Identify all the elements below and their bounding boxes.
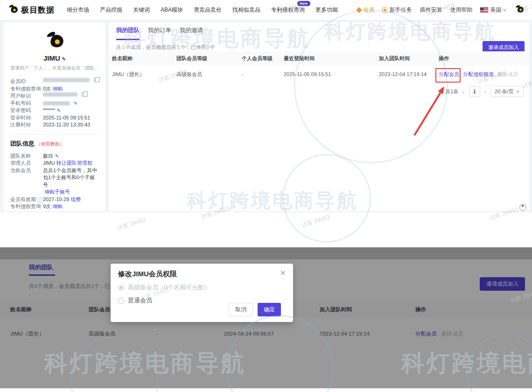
account-info-list: 会员ID 专利侵权查询 0次 增购 用户标识 手机号码 ✎ 登录密码 *****… bbox=[10, 78, 99, 129]
modal-buttons: 取消 确定 bbox=[229, 303, 281, 316]
phone-row: 手机号码 ✎ bbox=[10, 100, 99, 107]
panel-tabs: 我的团队 我的订单 我的邀请 bbox=[109, 22, 529, 40]
team-table: 姓名昵称 团队会员等级 个人会员等级 最近登陆时间 加入团队时间 操作 JIMU… bbox=[109, 51, 529, 83]
locale-selector[interactable]: 美国∨ bbox=[480, 6, 506, 14]
brand-name: 极目数据 bbox=[21, 5, 55, 15]
user-name: JIMU✎ bbox=[10, 54, 99, 62]
nav-item-patent[interactable]: 专利侵权查询New bbox=[271, 6, 305, 14]
masked-phone bbox=[43, 101, 70, 105]
copy-icon[interactable] bbox=[94, 78, 98, 82]
assign-quota-link[interactable]: 分配侵权额度 bbox=[463, 71, 494, 78]
tab-my-team[interactable]: 我的团队 bbox=[116, 27, 140, 40]
task-icon bbox=[382, 7, 387, 13]
login-time-row: 登录时间 2025-11-05 09:15:51 bbox=[10, 114, 99, 122]
user-desc: 普通用户「个人」，年度高级会员「团队」 bbox=[10, 65, 99, 71]
us-flag-icon bbox=[480, 7, 488, 13]
jimu-swirl-icon bbox=[7, 3, 19, 16]
next-page-icon[interactable]: › bbox=[484, 88, 486, 95]
cell-personal-level: - bbox=[242, 71, 284, 77]
new-badge: New bbox=[297, 1, 310, 6]
masked-member-id bbox=[43, 78, 90, 82]
screen: 极目数据 细分市场 产品挖掘 关键词 ABA模块 查竞品竞价 找相似竞品 专利侵… bbox=[0, 0, 532, 392]
member-id-row: 会员ID bbox=[10, 78, 99, 85]
team-name-row: 团队名称 极目✎ bbox=[10, 153, 99, 160]
nav-item-aba[interactable]: ABA模块 bbox=[161, 6, 183, 14]
header-right: 会员 新手任务 插件安装 使用帮助 美国∨ bbox=[357, 4, 525, 16]
modal-screenshot-section: 我的团队 共1个成员，会员额度总共1个，已使用1个 邀请成员加入 姓名昵称 团队… bbox=[0, 247, 532, 388]
team-admin-row: 管理人员 JIMU 转让团队管理权 bbox=[10, 160, 99, 167]
tab-my-invites[interactable]: 我的邀请 bbox=[180, 27, 203, 40]
nav-item-keyword[interactable]: 关键词 bbox=[133, 6, 150, 14]
pagination: 共1条 ‹ 1 › 20 条/页∨ bbox=[445, 86, 524, 97]
copy-icon[interactable] bbox=[82, 92, 85, 97]
cell-last-login: 2025-11-05 09:15:51 bbox=[284, 71, 379, 77]
top-header: 极目数据 细分市场 产品挖掘 关键词 ABA模块 查竞品竞价 找相似竞品 专利侵… bbox=[0, 0, 532, 20]
edit-phone-icon[interactable]: ✎ bbox=[74, 100, 77, 107]
team-info-list: 团队名称 极目✎ 管理人员 JIMU 转让团队管理权 当前会员 总共1个会员账号… bbox=[10, 153, 99, 210]
edit-team-name-icon[interactable]: ✎ bbox=[55, 153, 59, 160]
nav-item-product[interactable]: 产品挖掘 bbox=[100, 6, 122, 14]
floating-widget-icon[interactable] bbox=[519, 204, 526, 211]
team-panel: 我的团队 我的订单 我的邀请 共1个成员，会员额度总共1个，已使用1个 邀请成员… bbox=[109, 22, 529, 211]
page-number[interactable]: 1 bbox=[469, 86, 480, 97]
password-row: 登录密码 ******✎ bbox=[10, 107, 99, 114]
page-size-select[interactable]: 20 条/页∨ bbox=[490, 86, 524, 97]
remove-member-link[interactable]: 删除成员 bbox=[497, 71, 518, 78]
cell-join-time: 2023-12-04 17:19:14 bbox=[379, 71, 439, 77]
divider bbox=[10, 134, 99, 135]
brand-logo[interactable]: 极目数据 bbox=[7, 3, 55, 16]
assign-member-link[interactable]: 分配会员 bbox=[439, 71, 459, 78]
team-members-row: 当前会员 总共1个会员账号，其中包1个主账号和0个子账号 增购子账号 bbox=[10, 167, 99, 196]
option-premium-member[interactable]: 高级版会员（0个名额可分配） bbox=[118, 283, 286, 292]
confirm-button[interactable]: 确定 bbox=[258, 303, 281, 316]
table-header: 姓名昵称 团队会员等级 个人会员等级 最近登陆时间 加入团队时间 操作 bbox=[109, 51, 529, 65]
register-time-row: 注册时间 2023-11-20 13:35:43 bbox=[10, 121, 99, 129]
team-info-title: 团队信息 （使用教程） bbox=[10, 140, 99, 148]
plugin-install-link[interactable]: 插件安装 bbox=[420, 6, 442, 14]
modal-title: 修改JIMU会员权限 bbox=[118, 270, 286, 279]
help-link[interactable]: 使用帮助 bbox=[450, 6, 472, 14]
edit-name-icon[interactable]: ✎ bbox=[62, 56, 66, 62]
cell-actions: 分配会员 分配侵权额度 删除成员 bbox=[439, 71, 529, 78]
jimu-swirl-icon-right[interactable] bbox=[514, 4, 525, 16]
cell-team-level: 高级版会员 bbox=[176, 71, 242, 78]
masked-uid bbox=[43, 92, 77, 97]
visitor-watermark: 访客 29453 bbox=[301, 213, 331, 230]
buy-more-link[interactable]: 增购 bbox=[52, 85, 63, 93]
edit-permission-modal: 修改JIMU会员权限 ✕ 高级版会员（0个名额可分配） 普通会员 取消 确定 bbox=[111, 264, 293, 322]
info-icon: i bbox=[37, 197, 42, 203]
main-nav: 细分市场 产品挖掘 关键词 ABA模块 查竞品竞价 找相似竞品 专利侵权查询Ne… bbox=[67, 6, 338, 14]
close-icon[interactable]: ✕ bbox=[280, 269, 286, 277]
chevron-down-icon: ∨ bbox=[503, 7, 507, 12]
nav-item-bid[interactable]: 查竞品竞价 bbox=[194, 6, 222, 14]
buy-subaccount-link[interactable]: 增购子账号 bbox=[44, 189, 70, 196]
member-expire-row: 会员有效期i 2027-10-28 续费 bbox=[10, 196, 99, 203]
radio-checked-icon bbox=[118, 285, 124, 291]
member-link[interactable]: 会员 bbox=[357, 6, 374, 14]
nav-item-similar[interactable]: 找相似竞品 bbox=[232, 6, 260, 14]
cancel-button[interactable]: 取消 bbox=[229, 303, 253, 316]
prev-page-icon[interactable]: ‹ bbox=[462, 88, 464, 95]
edit-password-icon[interactable]: ✎ bbox=[57, 107, 61, 114]
buy-more-link[interactable]: 增购 bbox=[52, 203, 63, 210]
uid-row: 用户标识 bbox=[10, 92, 99, 100]
account-sidebar: JIMU✎ 普通用户「个人」，年度高级会员「团队」 会员ID 专利侵权查询 0次… bbox=[4, 22, 105, 211]
table-row: JIMU（团长） 高级版会员 - 2025-11-05 09:15:51 202… bbox=[109, 65, 529, 83]
member-summary: 共1个成员，会员额度总共1个，已使用1个 bbox=[109, 40, 529, 51]
cell-name: JIMU（团长） bbox=[109, 71, 176, 78]
avatar bbox=[10, 29, 99, 52]
team-patent-quota-row: 专利侵权查询 9次 增购 bbox=[10, 203, 99, 210]
nav-item-market[interactable]: 细分市场 bbox=[67, 6, 89, 14]
total-count: 共1条 bbox=[445, 88, 458, 95]
visitor-watermark: 访客 29453 bbox=[116, 216, 147, 233]
tutorial-link[interactable]: （使用教程） bbox=[36, 141, 64, 147]
nav-item-more[interactable]: 更多功能 bbox=[315, 6, 338, 14]
newbie-tasks-link[interactable]: 新手任务 bbox=[382, 6, 412, 14]
chevron-down-icon: ∨ bbox=[516, 89, 520, 94]
tab-my-orders[interactable]: 我的订单 bbox=[148, 27, 171, 40]
renew-link[interactable]: 续费 bbox=[70, 196, 81, 203]
radio-unchecked-icon bbox=[118, 298, 124, 304]
transfer-admin-link[interactable]: 转让团队管理权 bbox=[56, 160, 92, 167]
vip-diamond-icon bbox=[357, 7, 363, 13]
